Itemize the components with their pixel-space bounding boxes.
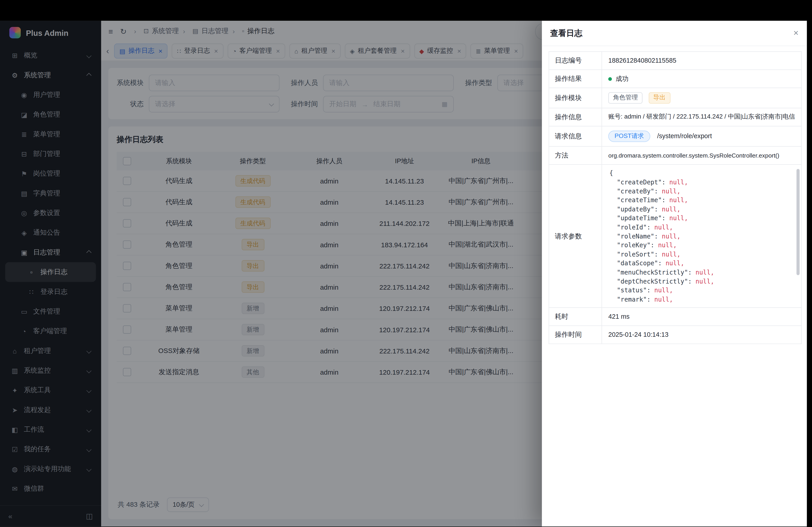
json-line: "roleSort": null, [609, 250, 792, 259]
json-null-value: null, [666, 260, 684, 267]
detail-label: 操作信息 [549, 108, 602, 126]
close-icon[interactable]: × [794, 28, 799, 38]
json-null-value: null, [654, 287, 673, 294]
request-path-value: /system/role/export [657, 132, 712, 139]
json-line: "createDept": null, [609, 178, 792, 187]
json-key: "createTime": [609, 197, 669, 204]
json-line: "roleId": null, [609, 223, 792, 232]
duration-value: 421 ms [602, 308, 801, 326]
json-key: "createBy": [609, 187, 662, 195]
detail-row-method: 方法 org.dromara.system.controller.system.… [549, 147, 801, 165]
detail-row-id: 日志编号 1882612840802115585 [549, 51, 801, 70]
json-line: "roleKey": null, [609, 241, 792, 250]
detail-label: 方法 [549, 147, 602, 165]
json-line: "updateTime": null, [609, 214, 792, 223]
json-null-value: null, [662, 251, 681, 258]
app-window: Plus Admin ⊞ 概览 ⚙ 系统管理 [0, 21, 807, 527]
json-line: "roleName": null, [609, 232, 792, 241]
detail-row-module: 操作模块 角色管理 导出 [549, 88, 801, 108]
operation-info-value: 账号: admin / 研发部门 / 222.175.114.242 / 中国|… [602, 108, 801, 126]
drawer-body: 日志编号 1882612840802115585 操作结果 成功 操作模块 角色… [542, 46, 807, 344]
json-null-value: null, [669, 197, 688, 204]
params-scrollbar [796, 169, 800, 303]
detail-label: 日志编号 [549, 51, 602, 70]
json-null-value: null, [658, 242, 677, 249]
json-null-value: null, [669, 179, 688, 186]
detail-row-result: 操作结果 成功 [549, 70, 801, 88]
json-line: "status": null, [609, 286, 792, 295]
log-id-value: 1882612840802115585 [602, 51, 801, 70]
json-key: "updateTime": [609, 215, 669, 222]
json-key: "roleId": [609, 224, 654, 231]
log-detail-table: 日志编号 1882612840802115585 操作结果 成功 操作模块 角色… [549, 51, 802, 344]
success-dot-icon [608, 77, 612, 80]
json-line: "createTime": null, [609, 196, 792, 205]
detail-row-request: 请求信息 POST请求 /system/role/export [549, 126, 801, 147]
json-key: "remark": [609, 296, 654, 303]
json-null-value: null, [662, 232, 681, 240]
detail-label: 操作结果 [549, 70, 602, 88]
detail-label: 请求参数 [549, 165, 602, 308]
json-key: "dataScope": [609, 260, 666, 267]
json-line: "updateBy": null, [609, 205, 792, 214]
module-tag: 角色管理 [608, 92, 643, 104]
json-null-value: null, [662, 187, 681, 195]
method-value: org.dromara.system.controller.system.Sys… [602, 147, 801, 165]
json-null-value: null, [669, 215, 688, 222]
json-key: "updateBy": [609, 206, 662, 213]
json-null-value: null, [654, 224, 673, 231]
detail-label: 请求信息 [549, 126, 602, 147]
json-null-value: null, [696, 269, 714, 276]
json-null-value: null, [696, 278, 714, 285]
json-key: "createDept": [609, 179, 669, 186]
params-scrollbar-thumb[interactable] [796, 169, 800, 275]
detail-label: 操作时间 [549, 326, 602, 344]
detail-row-info: 操作信息 账号: admin / 研发部门 / 222.175.114.242 … [549, 108, 801, 126]
post-request-tag: POST请求 [608, 130, 650, 142]
json-line: "deptCheckStrictly": null, [609, 277, 792, 286]
view-log-drawer: 查看日志 × 日志编号 1882612840802115585 操作结果 成功 … [542, 21, 807, 527]
operation-time-value: 2025-01-24 10:14:13 [602, 326, 801, 344]
json-line: "remark": null, [609, 295, 792, 304]
json-key: "roleSort": [609, 251, 662, 258]
detail-row-duration: 耗时 421 ms [549, 308, 801, 326]
json-line: "dataScope": null, [609, 259, 792, 268]
json-key: { [609, 169, 613, 177]
json-key: "roleName": [609, 232, 662, 240]
json-line: { [609, 169, 792, 178]
json-null-value: null, [654, 296, 673, 303]
json-key: "roleKey": [609, 242, 658, 249]
detail-label: 耗时 [549, 308, 602, 326]
json-key: "status": [609, 287, 654, 294]
json-key: "menuCheckStrictly": [609, 269, 696, 276]
drawer-title: 查看日志 [550, 28, 582, 39]
json-line: "menuCheckStrictly": null, [609, 268, 792, 277]
json-key: "deptCheckStrictly": [609, 278, 696, 285]
json-null-value: null, [662, 206, 681, 213]
screen: Plus Admin ⊞ 概览 ⚙ 系统管理 [0, 0, 812, 527]
request-params-json[interactable]: { "createDept": null, "createBy": null, … [602, 165, 801, 307]
detail-row-time: 操作时间 2025-01-24 10:14:13 [549, 326, 801, 344]
export-tag: 导出 [649, 92, 670, 104]
json-line: "createBy": null, [609, 187, 792, 196]
drawer-header: 查看日志 × [542, 21, 807, 46]
detail-row-params: 请求参数 { "createDept": null, "createBy": n… [549, 165, 801, 308]
result-value: 成功 [615, 75, 628, 82]
detail-label: 操作模块 [549, 88, 602, 108]
